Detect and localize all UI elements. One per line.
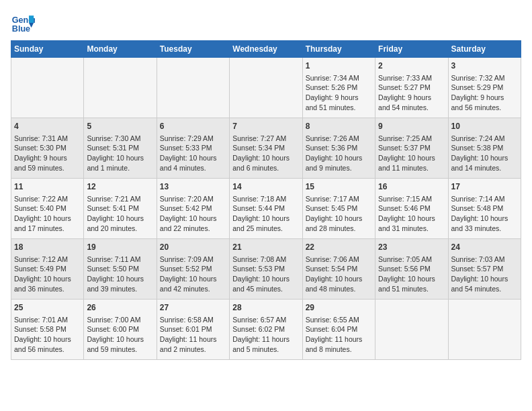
day-number: 1 <box>306 60 372 72</box>
day-number: 27 <box>160 302 226 314</box>
day-number: 25 <box>14 302 81 314</box>
day-number: 22 <box>306 242 372 253</box>
calendar-week-row: 18Sunrise: 7:12 AM Sunset: 5:49 PM Dayli… <box>11 239 521 300</box>
calendar-cell: 28Sunrise: 6:57 AM Sunset: 6:02 PM Dayli… <box>230 300 302 360</box>
day-info: Sunrise: 6:58 AM Sunset: 6:01 PM Dayligh… <box>160 315 226 355</box>
day-number: 3 <box>451 60 518 72</box>
day-info: Sunrise: 7:06 AM Sunset: 5:54 PM Dayligh… <box>306 255 372 294</box>
calendar-cell: 11Sunrise: 7:22 AM Sunset: 5:40 PM Dayli… <box>11 179 84 239</box>
svg-text:Blue: Blue <box>12 24 30 34</box>
day-number: 19 <box>87 242 153 253</box>
calendar-cell <box>448 300 521 360</box>
day-number: 8 <box>306 121 372 132</box>
day-info: Sunrise: 7:18 AM Sunset: 5:44 PM Dayligh… <box>232 194 299 234</box>
day-info: Sunrise: 7:34 AM Sunset: 5:26 PM Dayligh… <box>306 73 372 113</box>
day-number: 16 <box>378 181 445 193</box>
day-number: 29 <box>306 302 372 314</box>
day-number: 11 <box>14 181 81 193</box>
day-info: Sunrise: 7:08 AM Sunset: 5:53 PM Dayligh… <box>232 255 299 294</box>
calendar-cell: 24Sunrise: 7:03 AM Sunset: 5:57 PM Dayli… <box>448 239 521 300</box>
day-info: Sunrise: 7:01 AM Sunset: 5:58 PM Dayligh… <box>14 315 81 355</box>
day-number: 17 <box>451 181 518 193</box>
day-info: Sunrise: 7:15 AM Sunset: 5:46 PM Dayligh… <box>378 194 445 234</box>
column-header-wednesday: Wednesday <box>230 41 302 58</box>
calendar-cell <box>84 58 157 118</box>
calendar-week-row: 25Sunrise: 7:01 AM Sunset: 5:58 PM Dayli… <box>11 300 521 360</box>
day-info: Sunrise: 7:12 AM Sunset: 5:49 PM Dayligh… <box>14 255 81 294</box>
calendar-cell: 21Sunrise: 7:08 AM Sunset: 5:53 PM Dayli… <box>230 239 302 300</box>
day-number: 14 <box>232 181 299 193</box>
day-info: Sunrise: 7:09 AM Sunset: 5:52 PM Dayligh… <box>160 255 226 294</box>
calendar-cell: 22Sunrise: 7:06 AM Sunset: 5:54 PM Dayli… <box>302 239 375 300</box>
calendar-cell: 9Sunrise: 7:25 AM Sunset: 5:37 PM Daylig… <box>375 118 448 179</box>
svg-marker-2 <box>29 15 34 23</box>
day-info: Sunrise: 7:00 AM Sunset: 6:00 PM Dayligh… <box>87 315 153 355</box>
day-number: 28 <box>232 302 299 314</box>
calendar-cell: 5Sunrise: 7:30 AM Sunset: 5:31 PM Daylig… <box>84 118 157 179</box>
day-number: 18 <box>14 242 81 253</box>
day-info: Sunrise: 7:32 AM Sunset: 5:29 PM Dayligh… <box>451 73 518 113</box>
calendar-cell: 27Sunrise: 6:58 AM Sunset: 6:01 PM Dayli… <box>157 300 229 360</box>
calendar-cell: 23Sunrise: 7:05 AM Sunset: 5:56 PM Dayli… <box>375 239 448 300</box>
day-number: 21 <box>232 242 299 253</box>
calendar-cell <box>157 58 229 118</box>
calendar-cell: 17Sunrise: 7:14 AM Sunset: 5:48 PM Dayli… <box>448 179 521 239</box>
day-number: 13 <box>160 181 226 193</box>
calendar-week-row: 4Sunrise: 7:31 AM Sunset: 5:30 PM Daylig… <box>11 118 521 179</box>
calendar-table: SundayMondayTuesdayWednesdayThursdayFrid… <box>11 40 521 360</box>
calendar-cell <box>375 300 448 360</box>
calendar-cell: 4Sunrise: 7:31 AM Sunset: 5:30 PM Daylig… <box>11 118 84 179</box>
day-info: Sunrise: 7:21 AM Sunset: 5:41 PM Dayligh… <box>87 194 153 234</box>
calendar-cell: 26Sunrise: 7:00 AM Sunset: 6:00 PM Dayli… <box>84 300 157 360</box>
day-number: 7 <box>232 121 299 132</box>
day-number: 6 <box>160 121 226 132</box>
logo: General Blue <box>11 11 38 35</box>
day-number: 26 <box>87 302 153 314</box>
day-number: 12 <box>87 181 153 193</box>
day-info: Sunrise: 6:57 AM Sunset: 6:02 PM Dayligh… <box>232 315 299 355</box>
day-number: 24 <box>451 242 518 253</box>
calendar-cell: 29Sunrise: 6:55 AM Sunset: 6:04 PM Dayli… <box>302 300 375 360</box>
calendar-cell: 25Sunrise: 7:01 AM Sunset: 5:58 PM Dayli… <box>11 300 84 360</box>
calendar-cell: 8Sunrise: 7:26 AM Sunset: 5:36 PM Daylig… <box>302 118 375 179</box>
day-info: Sunrise: 6:55 AM Sunset: 6:04 PM Dayligh… <box>306 315 372 355</box>
day-info: Sunrise: 7:25 AM Sunset: 5:37 PM Dayligh… <box>378 134 445 173</box>
day-number: 23 <box>378 242 445 253</box>
day-number: 9 <box>378 121 445 132</box>
day-info: Sunrise: 7:26 AM Sunset: 5:36 PM Dayligh… <box>306 134 372 173</box>
day-number: 5 <box>87 121 153 132</box>
calendar-cell: 19Sunrise: 7:11 AM Sunset: 5:50 PM Dayli… <box>84 239 157 300</box>
calendar-header-row: SundayMondayTuesdayWednesdayThursdayFrid… <box>11 41 521 58</box>
calendar-cell <box>230 58 302 118</box>
column-header-thursday: Thursday <box>302 41 375 58</box>
calendar-cell: 10Sunrise: 7:24 AM Sunset: 5:38 PM Dayli… <box>448 118 521 179</box>
day-info: Sunrise: 7:29 AM Sunset: 5:33 PM Dayligh… <box>160 134 226 173</box>
day-info: Sunrise: 7:14 AM Sunset: 5:48 PM Dayligh… <box>451 194 518 234</box>
calendar-cell: 18Sunrise: 7:12 AM Sunset: 5:49 PM Dayli… <box>11 239 84 300</box>
column-header-sunday: Sunday <box>11 41 84 58</box>
calendar-cell: 12Sunrise: 7:21 AM Sunset: 5:41 PM Dayli… <box>84 179 157 239</box>
day-info: Sunrise: 7:03 AM Sunset: 5:57 PM Dayligh… <box>451 255 518 294</box>
day-info: Sunrise: 7:33 AM Sunset: 5:27 PM Dayligh… <box>378 73 445 113</box>
calendar-cell: 7Sunrise: 7:27 AM Sunset: 5:34 PM Daylig… <box>230 118 302 179</box>
calendar-week-row: 1Sunrise: 7:34 AM Sunset: 5:26 PM Daylig… <box>11 58 521 118</box>
calendar-cell <box>11 58 84 118</box>
calendar-cell: 3Sunrise: 7:32 AM Sunset: 5:29 PM Daylig… <box>448 58 521 118</box>
column-header-tuesday: Tuesday <box>157 41 229 58</box>
column-header-saturday: Saturday <box>448 41 521 58</box>
calendar-cell: 6Sunrise: 7:29 AM Sunset: 5:33 PM Daylig… <box>157 118 229 179</box>
calendar-cell: 2Sunrise: 7:33 AM Sunset: 5:27 PM Daylig… <box>375 58 448 118</box>
column-header-friday: Friday <box>375 41 448 58</box>
day-info: Sunrise: 7:17 AM Sunset: 5:45 PM Dayligh… <box>306 194 372 234</box>
day-number: 2 <box>378 60 445 72</box>
day-info: Sunrise: 7:22 AM Sunset: 5:40 PM Dayligh… <box>14 194 81 234</box>
column-header-monday: Monday <box>84 41 157 58</box>
day-number: 15 <box>306 181 372 193</box>
calendar-week-row: 11Sunrise: 7:22 AM Sunset: 5:40 PM Dayli… <box>11 179 521 239</box>
day-number: 4 <box>14 121 81 132</box>
calendar-cell: 1Sunrise: 7:34 AM Sunset: 5:26 PM Daylig… <box>302 58 375 118</box>
day-info: Sunrise: 7:30 AM Sunset: 5:31 PM Dayligh… <box>87 134 153 173</box>
day-info: Sunrise: 7:20 AM Sunset: 5:42 PM Dayligh… <box>160 194 226 234</box>
calendar-cell: 16Sunrise: 7:15 AM Sunset: 5:46 PM Dayli… <box>375 179 448 239</box>
day-number: 10 <box>451 121 518 132</box>
